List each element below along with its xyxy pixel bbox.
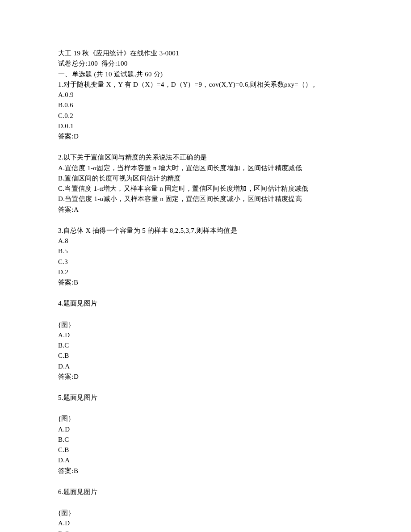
question-stem: 4.题面见图片 <box>58 298 353 309</box>
option-c: C.B <box>58 445 353 455</box>
option-b: B.C <box>58 435 353 445</box>
image-placeholder: {图} <box>58 414 353 424</box>
option-b: B.C <box>58 529 353 532</box>
spacer <box>58 403 353 414</box>
image-placeholder: {图} <box>58 320 353 330</box>
question-stem: 6.题面见图片 <box>58 487 353 497</box>
answer-line: 答案:B <box>58 466 353 476</box>
answer-line: 答案:A <box>58 205 353 215</box>
option-c: C.3 <box>58 257 353 267</box>
option-d: D.0.1 <box>58 121 353 131</box>
answer-line: 答案:D <box>58 372 353 382</box>
option-c: C.当置信度 1-α增大，又样本容量 n 固定时，置信区间长度增加，区间估计精度… <box>58 184 353 194</box>
option-d: D.A <box>58 455 353 465</box>
question-stem: 5.题面见图片 <box>58 393 353 403</box>
question-stem: 2.以下关于置信区间与精度的关系说法不正确的是 <box>58 152 353 163</box>
question-block: 2.以下关于置信区间与精度的关系说法不正确的是 A.置信度 1-α固定，当样本容… <box>58 152 353 215</box>
option-a: A.D <box>58 424 353 435</box>
option-d: D.2 <box>58 267 353 277</box>
option-a: A.D <box>58 518 353 528</box>
question-block: 3.自总体 X 抽得一个容量为 5 的样本 8,2,5,3,7,则样本均值是 A… <box>58 226 353 288</box>
question-block: 5.题面见图片 {图} A.D B.C C.B D.A 答案:B <box>58 393 353 476</box>
answer-line: 答案:B <box>58 277 353 288</box>
question-stem: 1.对于随机变量 X，Y 有 D（X）=4，D（Y）=9，cov(X,Y)=0.… <box>58 80 353 90</box>
spacer <box>58 497 353 508</box>
spacer <box>58 288 353 298</box>
option-c: C.0.2 <box>58 111 353 121</box>
image-placeholder: {图} <box>58 508 353 518</box>
score-line: 试卷总分:100 得分:100 <box>58 59 353 69</box>
answer-line: 答案:D <box>58 131 353 142</box>
spacer <box>58 309 353 320</box>
option-b: B.置信区间的长度可视为区间估计的精度 <box>58 173 353 184</box>
option-b: B.5 <box>58 246 353 256</box>
spacer <box>58 476 353 487</box>
question-block: 6.题面见图片 {图} A.D B.C <box>58 487 353 532</box>
section-header: 一、单选题 (共 10 道试题,共 60 分) <box>58 69 353 80</box>
spacer <box>58 215 353 226</box>
option-d: D.A <box>58 361 353 372</box>
exam-title: 大工 19 秋《应用统计》在线作业 3-0001 <box>58 48 353 59</box>
spacer <box>58 382 353 393</box>
spacer <box>58 142 353 152</box>
option-c: C.B <box>58 351 353 361</box>
option-a: A.D <box>58 330 353 340</box>
document-header: 大工 19 秋《应用统计》在线作业 3-0001 试卷总分:100 得分:100… <box>58 48 353 80</box>
option-a: A.置信度 1-α固定，当样本容量 n 增大时，置信区间长度增加，区间估计精度减… <box>58 163 353 173</box>
option-a: A.8 <box>58 236 353 246</box>
question-stem: 3.自总体 X 抽得一个容量为 5 的样本 8,2,5,3,7,则样本均值是 <box>58 226 353 236</box>
question-block: 1.对于随机变量 X，Y 有 D（X）=4，D（Y）=9，cov(X,Y)=0.… <box>58 80 353 142</box>
option-d: D.当置信度 1-α减小，又样本容量 n 固定，置信区间长度减小，区间估计精度提… <box>58 194 353 204</box>
option-a: A.0.9 <box>58 90 353 100</box>
question-block: 4.题面见图片 {图} A.D B.C C.B D.A 答案:D <box>58 298 353 382</box>
option-b: B.0.6 <box>58 100 353 110</box>
option-b: B.C <box>58 340 353 351</box>
